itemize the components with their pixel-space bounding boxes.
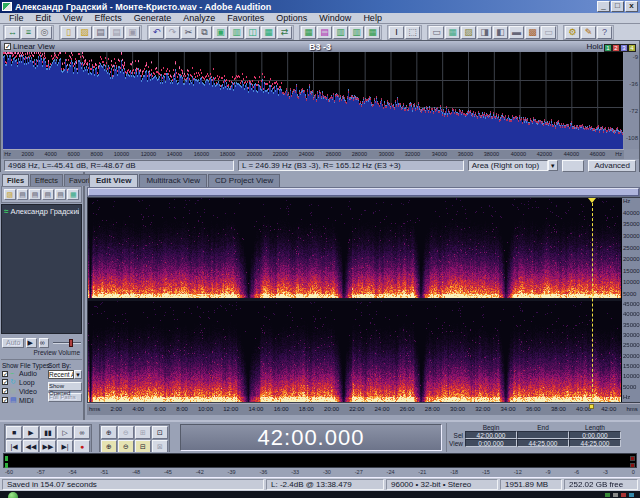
menu-analyze[interactable]: Analyze: [177, 13, 221, 23]
tab-multitrack-view[interactable]: Multitrack View: [139, 174, 207, 187]
show-opened-button[interactable]: Show Opened: [48, 382, 82, 391]
toolbar-win-5-icon[interactable]: ◧: [493, 26, 508, 39]
menu-generate[interactable]: Generate: [128, 13, 178, 23]
toolbar-trim-icon[interactable]: ◫: [245, 26, 260, 39]
audio-checkbox[interactable]: ✓: [2, 371, 8, 377]
selview-value[interactable]: 0:00.000: [569, 431, 621, 439]
midi-checkbox[interactable]: ✓: [2, 397, 8, 403]
area-dropdown[interactable]: Area (Right on top) ▼: [468, 160, 558, 171]
clip-indicator-right[interactable]: [630, 463, 635, 468]
stop-button[interactable]: ■: [6, 426, 22, 439]
toolbar-save-as-icon[interactable]: ▤: [109, 26, 124, 39]
menu-view[interactable]: View: [57, 13, 88, 23]
toolbar-undo-icon[interactable]: ↶: [149, 26, 164, 39]
file-list-item[interactable]: ≈Александр Градский - М...: [4, 207, 79, 216]
toolbar-win-4-icon[interactable]: ◨: [477, 26, 492, 39]
zoom-out-horizontal-button[interactable]: ⊖: [118, 426, 134, 439]
toolbar-new-file-icon[interactable]: ▯: [61, 26, 76, 39]
scrollbar-thumb[interactable]: [88, 188, 639, 196]
selview-value[interactable]: 44:25.000: [517, 439, 569, 447]
play-button[interactable]: ▶: [23, 426, 39, 439]
sort-dropdown[interactable]: Recent Acce ▼: [48, 370, 82, 379]
chevron-down-icon[interactable]: ▼: [74, 370, 82, 379]
files-panel-options-icon[interactable]: ▦: [67, 189, 79, 200]
preview-volume-slider[interactable]: [53, 339, 81, 347]
toolbar-copy-icon[interactable]: ⧉: [197, 26, 212, 39]
tab-cd-project-view[interactable]: CD Project View: [208, 174, 280, 187]
menu-options[interactable]: Options: [270, 13, 313, 23]
toolbar-time-selection-tool-icon[interactable]: I: [389, 26, 404, 39]
close-button[interactable]: x: [625, 1, 638, 12]
files-insert-multitrack-icon[interactable]: ▤: [42, 189, 54, 200]
advanced-button[interactable]: Advanced: [588, 160, 636, 172]
menu-help[interactable]: Help: [357, 13, 388, 23]
files-import-file-icon[interactable]: ▨: [4, 189, 16, 200]
toolbar-toggle-1-icon[interactable]: ▥: [333, 26, 348, 39]
toolbar-win-6-icon[interactable]: ▬: [509, 26, 524, 39]
minimize-button[interactable]: _: [597, 1, 610, 12]
play-to-end-button[interactable]: ▷: [57, 426, 73, 439]
clip-indicator-left[interactable]: [630, 456, 635, 461]
horizontal-scrollbar[interactable]: [87, 187, 640, 197]
menu-favorites[interactable]: Favorites: [221, 13, 270, 23]
menu-effects[interactable]: Effects: [88, 13, 127, 23]
time-display[interactable]: 42:00.000: [180, 424, 442, 451]
zoom-in-horizontal-button[interactable]: ⊕: [101, 426, 117, 439]
toolbar-open-file-icon[interactable]: ▨: [77, 26, 92, 39]
toolbar-win-8-icon[interactable]: ▭: [541, 26, 556, 39]
full-paths-button[interactable]: Full Paths: [48, 393, 82, 402]
auto-play-button[interactable]: Auto: [2, 338, 24, 348]
files-edit-file-icon[interactable]: ▤: [29, 189, 41, 200]
preview-play-icon[interactable]: ▶: [26, 338, 36, 348]
maximize-button[interactable]: □: [611, 1, 624, 12]
toolbar-win-2-icon[interactable]: ▦: [445, 26, 460, 39]
toolbar-scripts-icon[interactable]: ✎: [581, 26, 596, 39]
playhead-marker-icon[interactable]: [588, 198, 596, 203]
menu-window[interactable]: Window: [313, 13, 357, 23]
toolbar-settings-icon[interactable]: ⚙: [565, 26, 580, 39]
start-orb-icon[interactable]: [8, 492, 18, 498]
toolbar-marquee-selection-tool-icon[interactable]: ⬚: [405, 26, 420, 39]
toolbar-win-1-icon[interactable]: ▭: [429, 26, 444, 39]
toolbar-help-icon[interactable]: ?: [597, 26, 612, 39]
level-meter[interactable]: -60-57-54-51-48-45-42-39-36-33-30-27-24-…: [0, 452, 640, 477]
toolbar-toggle-3-icon[interactable]: ▦: [365, 26, 380, 39]
hold-button-1[interactable]: 1: [604, 44, 612, 52]
toolbar-waveform-view-icon[interactable]: ▤: [317, 26, 332, 39]
time-ruler[interactable]: hms2:004:006:008:0010:0012:0014:0016:001…: [87, 403, 640, 415]
files-insert-cd-icon[interactable]: ▤: [55, 189, 67, 200]
video-checkbox[interactable]: ✓: [2, 388, 8, 394]
hold-button-3[interactable]: 3: [620, 44, 628, 52]
hold-button-4[interactable]: 4: [628, 44, 636, 52]
toolbar-redo-icon[interactable]: ↷: [165, 26, 180, 39]
file-list[interactable]: ≈Александр Градский - М...: [1, 204, 82, 334]
toolbar-multitrack-view-icon[interactable]: ≡: [21, 26, 36, 39]
toolbar-save-file-icon[interactable]: ▤: [93, 26, 108, 39]
toolbar-paste-icon[interactable]: ▣: [213, 26, 228, 39]
pause-button[interactable]: ▮▮: [40, 426, 56, 439]
slider-handle[interactable]: [69, 339, 73, 347]
frequency-analysis-canvas[interactable]: [3, 52, 623, 149]
toolbar-win-3-icon[interactable]: ▨: [461, 26, 476, 39]
selview-value[interactable]: [517, 431, 569, 439]
tab-edit-view[interactable]: Edit View: [89, 174, 138, 187]
toolbar-edit-view-icon[interactable]: ↔: [5, 26, 20, 39]
toolbar-revert-icon[interactable]: ▣: [125, 26, 140, 39]
menu-file[interactable]: File: [3, 13, 30, 23]
meter-bar[interactable]: [3, 453, 637, 468]
chevron-down-icon[interactable]: ▼: [548, 160, 558, 171]
selview-value[interactable]: 0:00.000: [465, 439, 517, 447]
hold-button-2[interactable]: 2: [612, 44, 620, 52]
spectral-display[interactable]: Hz40000350003000025000200001500010000500…: [87, 197, 640, 403]
loop-checkbox[interactable]: ✓: [2, 379, 8, 385]
spectrogram-canvas[interactable]: [88, 198, 621, 402]
toolbar-mix-paste-icon[interactable]: ▥: [229, 26, 244, 39]
tab-effects[interactable]: Effects: [30, 174, 63, 186]
files-close-file-icon[interactable]: ▤: [17, 189, 29, 200]
tab-files[interactable]: Files: [2, 174, 29, 186]
toolbar-cd-project-icon[interactable]: ◎: [37, 26, 52, 39]
play-looped-button[interactable]: ∞: [74, 426, 90, 439]
preview-loop-icon[interactable]: ∞: [39, 338, 49, 348]
menu-edit[interactable]: Edit: [30, 13, 58, 23]
toolbar-spectral-view-icon[interactable]: ▦: [301, 26, 316, 39]
